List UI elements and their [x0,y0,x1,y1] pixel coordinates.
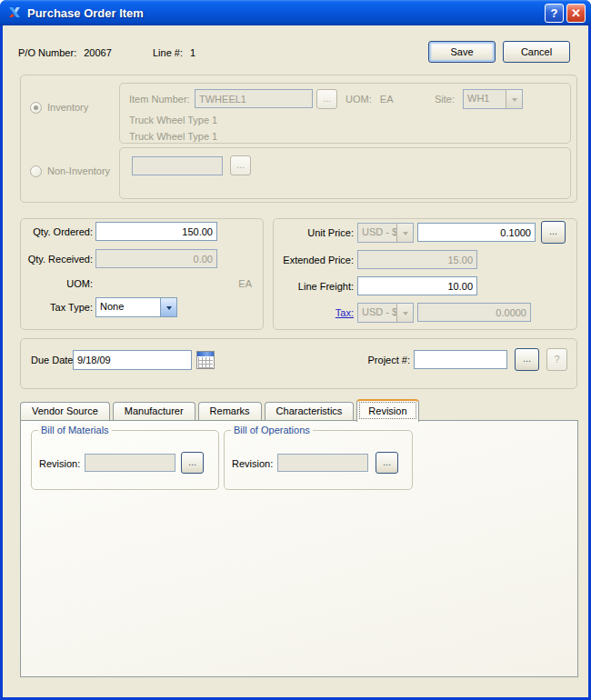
po-number-label: P/O Number: [18,47,76,58]
inventory-radio: Inventory [30,101,88,114]
tab-characteristics[interactable]: Characteristics [265,402,355,420]
qty-received-input [95,249,217,268]
site-combo-value: WH1 [464,90,506,108]
inventory-item-group: Item Number: ... UOM: EA Site: WH1 Truck… [119,83,571,144]
po-number: P/O Number: 20067 [18,46,112,59]
bill-of-operations-group: Bill of Operations Revision: ... [224,430,413,490]
purchase-order-item-window: Purchase Order Item ? ✕ P/O Number: 2006… [0,0,591,700]
titlebar-help-button[interactable]: ? [545,4,564,23]
qty-uom-label: UOM: [21,277,93,290]
unit-price-currency-combo: USD - $ [357,223,414,243]
qty-ordered-input[interactable] [95,222,217,241]
line-number-label: Line #: [153,47,183,58]
tax-type-combo-value: None [96,298,160,316]
item-description-2: Truck Wheel Type 1 [129,130,217,143]
item-number-browse-button: ... [316,89,337,109]
item-description-1: Truck Wheel Type 1 [129,114,217,126]
line-freight-label: Line Freight: [274,280,354,293]
tax-currency-combo: USD - $ [357,303,414,323]
tab-bar: Vendor Source Manufacturer Remarks Chara… [20,398,422,420]
site-combo: WH1 [463,89,523,109]
item-uom-label: UOM: [346,94,372,105]
line-freight-input[interactable] [357,276,477,295]
non-inventory-radio-label: Non-Inventory [47,165,110,177]
tab-manufacturer[interactable]: Manufacturer [113,402,195,420]
project-label: Project #: [330,354,410,366]
non-inventory-input [132,156,223,175]
tax-type-combo[interactable]: None [95,297,177,317]
item-number-input [195,89,313,108]
bill-of-materials-title: Bill of Materials [38,425,112,435]
save-button[interactable]: Save [428,41,496,63]
window-title: Purchase Order Item [27,6,144,20]
item-uom-value: EA [380,94,394,105]
quantity-group: Qty. Ordered: Qty. Received: UOM: EA Tax… [20,218,264,330]
tax-link-wrap: Tax: [274,306,354,319]
due-date-input[interactable] [73,350,192,370]
boo-revision-input [277,454,368,472]
chevron-down-icon [396,224,413,242]
unit-price-currency-value: USD - $ [358,224,396,242]
app-icon [7,5,22,20]
project-help-button: ? [546,348,567,371]
non-inventory-item-group: ... [119,147,571,199]
bom-revision-input [85,454,175,472]
bom-revision-label: Revision: [39,457,80,470]
tax-currency-value: USD - $ [358,304,396,322]
tax-link[interactable]: Tax: [336,307,354,318]
tab-remarks[interactable]: Remarks [198,402,262,420]
project-browse-button[interactable]: ... [515,348,539,371]
line-number: Line #: 1 [153,46,195,59]
qty-uom-value: EA [238,277,252,290]
tax-amount-input [417,303,531,322]
item-uom: UOM: EA [346,93,393,105]
titlebar: Purchase Order Item ? ✕ [0,0,591,25]
item-number-label: Item Number: [129,93,190,105]
bill-of-materials-group: Bill of Materials Revision: ... [31,430,219,490]
qty-received-label: Qty. Received: [21,253,93,265]
tab-revision[interactable]: Revision [356,399,418,422]
unit-price-input[interactable] [417,223,536,242]
radio-selected-icon [30,102,42,114]
boo-revision-browse-button[interactable]: ... [376,452,398,474]
qty-ordered-label: Qty. Ordered: [21,225,93,238]
revision-tab-panel: Bill of Materials Revision: ... Bill of … [20,420,578,677]
unit-price-browse-button[interactable]: ... [541,221,566,244]
tax-type-label: Tax Type: [21,301,93,314]
chevron-down-icon [506,90,522,108]
extended-price-input [357,250,477,269]
cancel-button[interactable]: Cancel [503,41,570,63]
item-type-group: Inventory Non-Inventory Item Number: ...… [20,75,577,203]
schedule-group: Due Date: Project #: ... ? [20,338,577,389]
radio-unselected-icon [30,165,42,177]
price-group: Unit Price: USD - $ ... Extended Price: … [273,218,577,330]
project-input[interactable] [414,350,507,369]
non-inventory-browse-button: ... [230,155,251,175]
site-label: Site: [435,93,455,105]
bom-revision-browse-button[interactable]: ... [181,452,204,474]
non-inventory-radio: Non-Inventory [30,165,110,177]
line-number-value: 1 [190,47,195,58]
inventory-radio-label: Inventory [47,101,88,114]
boo-revision-label: Revision: [232,457,273,470]
chevron-down-icon [396,304,413,322]
calendar-icon[interactable] [196,351,215,369]
po-number-value: 20067 [84,47,112,58]
extended-price-label: Extended Price: [274,254,354,266]
due-date-label: Due Date: [31,354,76,366]
close-icon[interactable]: ✕ [566,4,586,23]
chevron-down-icon [160,298,176,316]
tab-vendor-source[interactable]: Vendor Source [20,402,110,420]
bill-of-operations-title: Bill of Operations [231,425,313,435]
unit-price-label: Unit Price: [274,226,354,239]
dialog-body: P/O Number: 20067 Line #: 1 Save Cancel … [3,25,588,697]
